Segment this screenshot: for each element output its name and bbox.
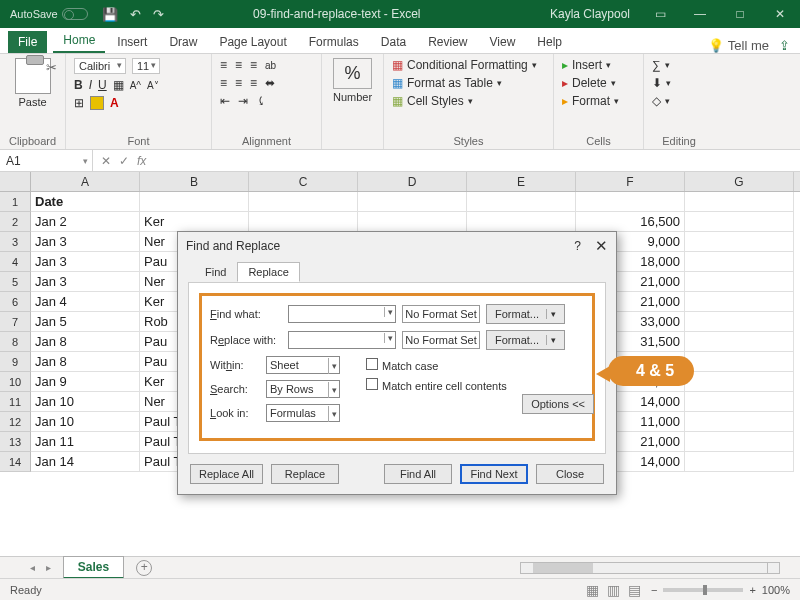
orientation-icon[interactable]: ⤹ — [256, 94, 266, 108]
align-top-icon[interactable]: ≡ — [220, 58, 227, 72]
tab-file[interactable]: File — [8, 31, 47, 53]
cell[interactable] — [685, 252, 794, 272]
cell[interactable] — [685, 212, 794, 232]
autosave-switch-icon[interactable] — [62, 8, 88, 20]
tab-formulas[interactable]: Formulas — [299, 31, 369, 53]
font-name-select[interactable]: Calibri — [74, 58, 126, 74]
tab-draw[interactable]: Draw — [159, 31, 207, 53]
insert-cells-button[interactable]: ▸Insert▾ — [562, 58, 635, 72]
lookin-select[interactable]: Formulas — [266, 404, 340, 422]
match-case-checkbox[interactable]: Match case — [366, 358, 507, 372]
page-break-view-icon[interactable]: ▤ — [628, 582, 641, 598]
maximize-icon[interactable]: □ — [720, 0, 760, 28]
row-header[interactable]: 11 — [0, 392, 31, 412]
cell[interactable] — [685, 312, 794, 332]
autosave-toggle[interactable]: AutoSave — [10, 8, 88, 20]
cell-styles-button[interactable]: ▦Cell Styles▾ — [392, 94, 545, 108]
tab-page-layout[interactable]: Page Layout — [209, 31, 296, 53]
align-bottom-icon[interactable]: ≡ — [250, 58, 257, 72]
cell[interactable]: Jan 11 — [31, 432, 140, 452]
number-format-button[interactable]: % — [333, 58, 371, 89]
align-left-icon[interactable]: ≡ — [220, 76, 227, 90]
fill-button[interactable]: ⬇ ▾ — [652, 76, 706, 90]
format-painter-icon[interactable]: ✂ — [46, 60, 57, 75]
save-icon[interactable]: 💾 — [102, 7, 118, 22]
font-size-select[interactable]: 11 — [132, 58, 160, 74]
zoom-control[interactable]: − + 100% — [651, 584, 790, 596]
cell[interactable] — [685, 332, 794, 352]
cell[interactable]: Jan 3 — [31, 272, 140, 292]
select-all-corner[interactable] — [0, 172, 31, 191]
increase-indent-icon[interactable]: ⇥ — [238, 94, 248, 108]
tab-help[interactable]: Help — [527, 31, 572, 53]
horizontal-scrollbar[interactable] — [520, 562, 780, 574]
sheet-nav-icons[interactable]: ◂ ▸ — [30, 562, 55, 573]
within-select[interactable]: Sheet — [266, 356, 340, 374]
row-header[interactable]: 5 — [0, 272, 31, 292]
cell[interactable] — [685, 232, 794, 252]
merge-icon[interactable]: ⬌ — [265, 76, 275, 90]
cell[interactable] — [685, 412, 794, 432]
col-header[interactable]: C — [249, 172, 358, 191]
cell[interactable] — [576, 192, 685, 212]
find-all-button[interactable]: Find All — [384, 464, 452, 484]
cell[interactable] — [249, 212, 358, 232]
row-header[interactable]: 3 — [0, 232, 31, 252]
cell[interactable]: Jan 9 — [31, 372, 140, 392]
decrease-font-icon[interactable]: A˅ — [147, 80, 159, 91]
cell[interactable] — [140, 192, 249, 212]
tab-data[interactable]: Data — [371, 31, 416, 53]
cell[interactable]: Jan 10 — [31, 412, 140, 432]
cell[interactable]: Date — [31, 192, 140, 212]
dialog-tab-find[interactable]: Find — [194, 262, 237, 282]
row-header[interactable]: 4 — [0, 252, 31, 272]
search-select[interactable]: By Rows — [266, 380, 340, 398]
zoom-in-icon[interactable]: + — [749, 584, 755, 596]
tab-review[interactable]: Review — [418, 31, 477, 53]
col-header[interactable]: G — [685, 172, 794, 191]
row-header[interactable]: 12 — [0, 412, 31, 432]
close-icon[interactable]: ✕ — [760, 0, 800, 28]
cell[interactable] — [358, 192, 467, 212]
tab-home[interactable]: Home — [53, 29, 105, 53]
conditional-formatting-button[interactable]: ▦Conditional Formatting▾ — [392, 58, 545, 72]
page-layout-view-icon[interactable]: ▥ — [607, 582, 620, 598]
replace-button[interactable]: Replace — [271, 464, 339, 484]
row-header[interactable]: 7 — [0, 312, 31, 332]
find-next-button[interactable]: Find Next — [460, 464, 528, 484]
col-header[interactable]: F — [576, 172, 685, 191]
options-toggle-button[interactable]: Options << — [522, 394, 594, 414]
cell[interactable] — [467, 212, 576, 232]
enter-formula-icon[interactable]: ✓ — [119, 154, 129, 168]
share-icon[interactable]: ⇪ — [779, 38, 790, 53]
decrease-indent-icon[interactable]: ⇤ — [220, 94, 230, 108]
underline-button[interactable]: U — [98, 78, 107, 92]
replace-format-button[interactable]: Format... — [486, 330, 565, 350]
minimize-icon[interactable]: — — [680, 0, 720, 28]
border-button[interactable]: ▦ — [113, 78, 124, 92]
cell[interactable] — [685, 192, 794, 212]
cell[interactable]: Jan 8 — [31, 352, 140, 372]
row-header[interactable]: 14 — [0, 452, 31, 472]
clear-button[interactable]: ◇ ▾ — [652, 94, 706, 108]
cell[interactable] — [685, 272, 794, 292]
cell[interactable]: Jan 5 — [31, 312, 140, 332]
row-header[interactable]: 2 — [0, 212, 31, 232]
cell[interactable]: Jan 10 — [31, 392, 140, 412]
italic-button[interactable]: I — [89, 78, 92, 92]
bold-button[interactable]: B — [74, 78, 83, 92]
sheet-tab-sales[interactable]: Sales — [63, 556, 124, 579]
cell[interactable]: Ker — [140, 212, 249, 232]
cell[interactable] — [685, 392, 794, 412]
align-center-icon[interactable]: ≡ — [235, 76, 242, 90]
cell[interactable] — [685, 372, 794, 392]
add-sheet-button[interactable]: + — [136, 560, 152, 576]
increase-font-icon[interactable]: A^ — [130, 80, 141, 91]
close-button[interactable]: Close — [536, 464, 604, 484]
name-box[interactable]: A1 — [0, 150, 93, 171]
row-header[interactable]: 8 — [0, 332, 31, 352]
zoom-slider[interactable] — [663, 588, 743, 592]
cell[interactable] — [467, 192, 576, 212]
cell[interactable]: Jan 14 — [31, 452, 140, 472]
fill-color-button[interactable] — [90, 96, 104, 110]
